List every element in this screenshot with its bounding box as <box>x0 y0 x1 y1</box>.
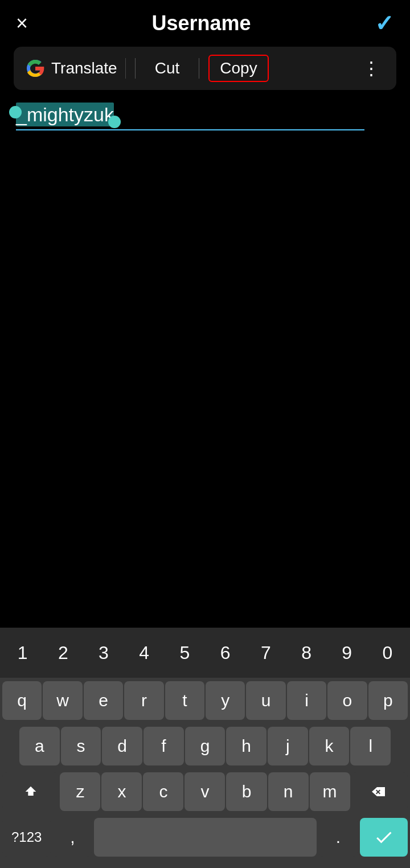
key-w[interactable]: w <box>43 681 82 720</box>
key-u[interactable]: u <box>246 681 285 720</box>
key-2[interactable]: 2 <box>43 633 83 672</box>
key-g[interactable]: g <box>185 727 226 765</box>
copy-button[interactable]: Copy <box>208 55 268 82</box>
bottom-row: ?123 , . <box>0 814 410 868</box>
backspace-key[interactable] <box>351 772 408 811</box>
key-3[interactable]: 3 <box>83 633 124 672</box>
key-7[interactable]: 7 <box>245 633 286 672</box>
key-a[interactable]: a <box>19 727 60 765</box>
key-6[interactable]: 6 <box>205 633 245 672</box>
key-4[interactable]: 4 <box>124 633 165 672</box>
zxcv-row: z x c v b n m <box>0 769 410 814</box>
text-content: _mightyzuk <box>16 104 114 126</box>
selection-handle-left[interactable] <box>9 106 22 118</box>
key-c[interactable]: c <box>143 772 183 811</box>
period-key[interactable]: . <box>319 818 358 857</box>
text-underline <box>16 129 364 130</box>
enter-key[interactable] <box>360 818 408 857</box>
key-x[interactable]: x <box>101 772 142 811</box>
key-t[interactable]: t <box>165 681 204 720</box>
key-l[interactable]: l <box>350 727 391 765</box>
shift-key[interactable] <box>2 772 59 811</box>
separator-2 <box>199 58 199 79</box>
qwerty-row: q w e r t y u i o p <box>0 678 410 723</box>
separator-1 <box>135 58 136 79</box>
translate-label: Translate <box>51 59 117 77</box>
username-input-area[interactable]: _mightyzuk <box>16 104 394 126</box>
key-i[interactable]: i <box>287 681 326 720</box>
key-v[interactable]: v <box>184 772 225 811</box>
context-menu-toolbar: Translate Cut Copy ⋮ <box>14 47 396 90</box>
key-d[interactable]: d <box>102 727 142 765</box>
number-row: 1 2 3 4 5 6 7 8 9 0 <box>0 628 410 678</box>
key-s[interactable]: s <box>61 727 101 765</box>
close-button[interactable]: × <box>16 13 28 34</box>
key-j[interactable]: j <box>268 727 308 765</box>
key-0[interactable]: 0 <box>367 633 408 672</box>
key-o[interactable]: o <box>327 681 367 720</box>
key-b[interactable]: b <box>226 772 266 811</box>
asdf-row: a s d f g h j k l <box>0 723 410 769</box>
key-y[interactable]: y <box>206 681 245 720</box>
key-f[interactable]: f <box>144 727 184 765</box>
symbols-key[interactable]: ?123 <box>2 818 51 857</box>
cut-button[interactable]: Cut <box>145 56 190 81</box>
google-icon <box>25 58 46 79</box>
keyboard: 1 2 3 4 5 6 7 8 9 0 q w e r t y u i o p … <box>0 628 410 868</box>
space-key[interactable] <box>94 818 317 857</box>
key-r[interactable]: r <box>124 681 163 720</box>
key-1[interactable]: 1 <box>2 633 43 672</box>
key-m[interactable]: m <box>310 772 350 811</box>
key-8[interactable]: 8 <box>286 633 326 672</box>
translate-button[interactable]: Translate <box>25 58 126 79</box>
key-q[interactable]: q <box>2 681 42 720</box>
key-9[interactable]: 9 <box>327 633 367 672</box>
key-n[interactable]: n <box>268 772 309 811</box>
key-p[interactable]: p <box>368 681 408 720</box>
key-h[interactable]: h <box>226 727 266 765</box>
header: × Username ✓ <box>0 0 410 47</box>
more-options-button[interactable]: ⋮ <box>358 58 385 79</box>
selection-handle-right[interactable] <box>108 116 121 128</box>
page-title: Username <box>151 11 251 35</box>
key-k[interactable]: k <box>309 727 350 765</box>
key-z[interactable]: z <box>60 772 100 811</box>
key-e[interactable]: e <box>84 681 123 720</box>
comma-key[interactable]: , <box>53 818 92 857</box>
selected-text: _mightyzuk <box>16 103 114 126</box>
key-5[interactable]: 5 <box>165 633 205 672</box>
confirm-button[interactable]: ✓ <box>375 10 394 36</box>
